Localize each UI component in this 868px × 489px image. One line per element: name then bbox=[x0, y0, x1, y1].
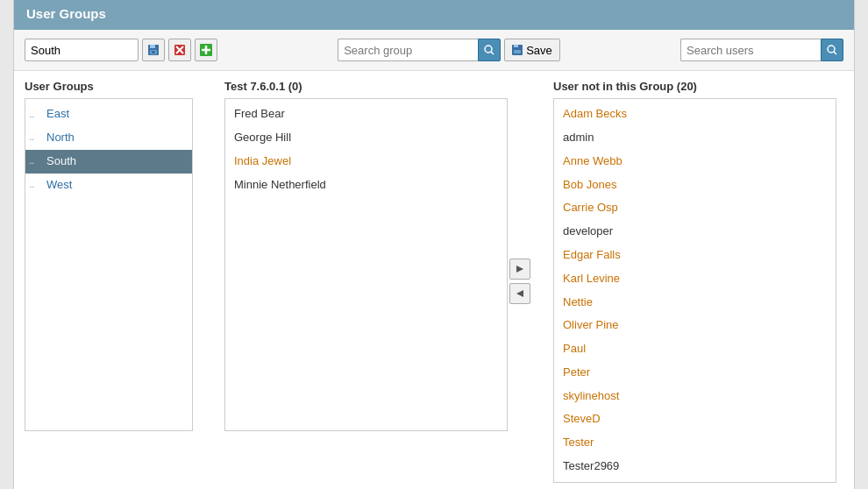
list-item[interactable]: West bbox=[25, 174, 192, 197]
content-area: User Groups East North South West Test 7… bbox=[14, 71, 854, 489]
available-user-item[interactable]: Paul bbox=[554, 337, 836, 361]
mid-panel-header: Test 7.6.0.1 (0) bbox=[224, 80, 508, 93]
available-user-item[interactable]: Nettie bbox=[554, 291, 836, 315]
arrow-left-icon bbox=[516, 289, 524, 298]
page-title: User Groups bbox=[26, 6, 106, 21]
svg-rect-1 bbox=[150, 45, 155, 48]
main-container: User Groups bbox=[13, 0, 855, 489]
svg-point-10 bbox=[485, 46, 492, 53]
svg-point-15 bbox=[828, 46, 835, 53]
page-header: User Groups bbox=[14, 0, 854, 30]
group-member-item[interactable]: Minnie Netherfield bbox=[225, 174, 507, 197]
svg-marker-17 bbox=[516, 266, 523, 273]
available-user-item[interactable]: Peter bbox=[554, 361, 836, 385]
save-group-button[interactable] bbox=[142, 39, 165, 61]
search-group-input[interactable] bbox=[338, 39, 478, 61]
search-icon bbox=[484, 45, 494, 55]
available-user-item[interactable]: skylinehost bbox=[554, 385, 836, 408]
toolbar: Save bbox=[14, 30, 854, 71]
add-to-group-button[interactable] bbox=[509, 259, 530, 280]
user-groups-list: East North South West bbox=[25, 98, 193, 431]
save-icon bbox=[512, 45, 523, 55]
add-icon bbox=[200, 44, 212, 56]
group-name-input[interactable] bbox=[25, 39, 139, 61]
group-members-list: Fred Bear George Hill India Jewel Minnie… bbox=[224, 98, 508, 431]
available-user-item[interactable]: Carrie Osp bbox=[554, 196, 836, 220]
svg-marker-18 bbox=[516, 290, 523, 297]
available-user-item[interactable]: Oliver Pine bbox=[554, 314, 836, 337]
available-user-item[interactable]: Tester bbox=[554, 431, 836, 455]
available-user-item[interactable]: Tester2969 bbox=[554, 455, 836, 478]
search-users-icon bbox=[827, 45, 837, 55]
left-panel: User Groups East North South West bbox=[25, 80, 200, 483]
add-group-button[interactable] bbox=[195, 39, 217, 61]
cancel-button[interactable] bbox=[168, 39, 191, 61]
arrow-right-icon bbox=[516, 265, 524, 273]
toolbar-left bbox=[25, 39, 217, 61]
cancel-icon bbox=[174, 45, 185, 55]
available-user-item[interactable]: developer bbox=[554, 220, 836, 244]
right-panel: User not in this Group (20) Adam Becks a… bbox=[546, 80, 843, 483]
transfer-arrows bbox=[509, 259, 530, 304]
available-user-item[interactable]: admin bbox=[554, 126, 836, 150]
search-group-section bbox=[338, 39, 501, 61]
available-user-item[interactable]: Karl Levine bbox=[554, 267, 836, 291]
floppy-icon bbox=[147, 44, 160, 56]
group-member-item[interactable]: Fred Bear bbox=[225, 103, 507, 126]
mid-panel: Test 7.6.0.1 (0) Fred Bear George Hill I… bbox=[217, 80, 515, 483]
left-panel-header: User Groups bbox=[25, 80, 193, 93]
list-item[interactable]: East bbox=[25, 103, 192, 126]
svg-rect-14 bbox=[514, 50, 521, 53]
group-member-item[interactable]: George Hill bbox=[225, 126, 507, 150]
toolbar-mid: Save bbox=[338, 39, 560, 61]
search-users-section bbox=[680, 39, 843, 61]
list-item[interactable]: South bbox=[25, 150, 192, 174]
group-member-item[interactable]: India Jewel bbox=[225, 150, 507, 174]
search-users-input[interactable] bbox=[680, 39, 821, 61]
available-user-item[interactable]: Anne Webb bbox=[554, 150, 836, 174]
available-user-item[interactable]: Edgar Falls bbox=[554, 244, 836, 267]
available-user-item[interactable]: Bob Jones bbox=[554, 174, 836, 197]
toolbar-right bbox=[680, 39, 843, 61]
save-button[interactable]: Save bbox=[504, 39, 560, 61]
search-group-button[interactable] bbox=[478, 39, 501, 61]
right-panel-header: User not in this Group (20) bbox=[553, 80, 836, 93]
available-users-list: Adam Becks admin Anne Webb Bob Jones Car… bbox=[553, 98, 836, 483]
remove-from-group-button[interactable] bbox=[509, 283, 530, 304]
list-item[interactable]: North bbox=[25, 126, 192, 150]
svg-rect-3 bbox=[152, 51, 155, 53]
search-users-button[interactable] bbox=[821, 39, 843, 61]
svg-rect-13 bbox=[514, 45, 518, 47]
available-user-item[interactable]: SteveD bbox=[554, 408, 836, 431]
svg-line-16 bbox=[834, 52, 836, 54]
available-user-item[interactable]: Adam Becks bbox=[554, 103, 836, 126]
svg-line-11 bbox=[491, 52, 494, 54]
